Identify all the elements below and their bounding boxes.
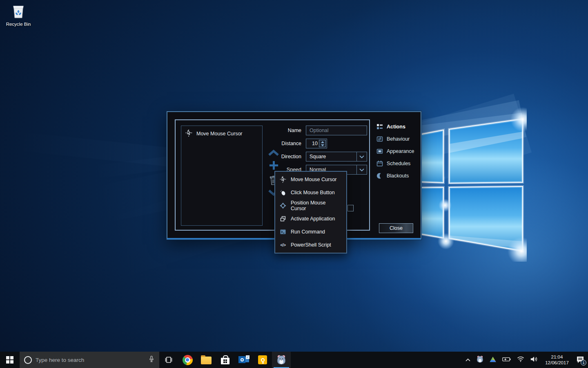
target-icon <box>280 202 286 209</box>
windows-logo-icon <box>6 356 13 364</box>
menu-item-label: Activate Application <box>291 216 335 222</box>
task-view-button[interactable] <box>159 352 178 368</box>
nav-item-appearance[interactable]: Appearance <box>376 148 418 155</box>
recycle-bin-label: Recycle Bin <box>2 22 34 27</box>
spinner <box>319 140 326 147</box>
taskbar: ✓ <box>0 352 588 368</box>
chrome-button[interactable] <box>178 352 197 368</box>
menu-item-label: Run Command <box>291 229 325 235</box>
menu-item-position-mouse-cursor[interactable]: Position Mouse Cursor <box>275 199 346 212</box>
distance-stepper[interactable] <box>306 139 327 148</box>
blackouts-icon <box>376 173 383 179</box>
menu-item-move-mouse-cursor[interactable]: Move Mouse Cursor <box>275 173 346 186</box>
nav-item-blackouts[interactable]: Blackouts <box>376 173 418 179</box>
tray-battery-icon[interactable] <box>502 356 511 364</box>
search-input[interactable] <box>36 357 145 363</box>
tray-move-mouse-icon[interactable] <box>476 355 484 365</box>
menu-item-powershell-script[interactable]: </> PowerShell Script <box>275 238 346 251</box>
taskbar-search[interactable] <box>20 352 159 368</box>
start-button[interactable] <box>0 352 20 368</box>
nav-item-actions[interactable]: Actions <box>376 123 418 130</box>
tray-wifi-icon[interactable] <box>517 356 525 364</box>
tray-drive-icon[interactable] <box>489 356 497 364</box>
menu-item-label: Click Mouse Button <box>291 190 335 195</box>
close-button-label: Close <box>390 225 403 231</box>
menu-item-click-mouse-button[interactable]: Click Mouse Button <box>275 186 346 199</box>
tray-volume-icon[interactable] <box>530 356 538 364</box>
microphone-icon[interactable] <box>148 355 155 365</box>
form-checkbox[interactable] <box>347 205 354 211</box>
system-tray: 21:04 12/06/2017 1 <box>465 352 588 368</box>
nav-item-schedules[interactable]: Schedules <box>376 160 418 167</box>
name-label: Name <box>265 128 301 133</box>
direction-label: Direction <box>265 154 301 159</box>
distance-label: Distance <box>265 141 301 146</box>
move-cursor-icon <box>185 130 192 138</box>
nav-label: Behaviour <box>387 136 410 142</box>
taskbar-clock[interactable]: 21:04 12/06/2017 <box>543 354 570 366</box>
direction-select[interactable]: Square <box>306 152 367 162</box>
nav-item-behaviour[interactable]: Behaviour <box>376 136 418 142</box>
windows-overlap-icon <box>280 215 286 222</box>
nav-label: Appearance <box>387 148 414 154</box>
list-item-label: Move Mouse Cursor <box>196 131 243 137</box>
lightbulb-icon <box>258 355 267 364</box>
recycle-bin-icon <box>11 13 26 20</box>
menu-item-label: Position Mouse Cursor <box>291 200 342 211</box>
chevron-down-icon[interactable] <box>356 165 367 174</box>
notification-badge: 1 <box>581 360 586 366</box>
mouse-icon <box>280 189 286 196</box>
clock-time: 21:04 <box>543 354 570 360</box>
outlook-icon: ✓ <box>238 355 249 364</box>
add-action-menu: Move Mouse Cursor Click Mouse Button Pos… <box>274 171 347 254</box>
action-settings-form: Name Distance Direction Square <box>265 126 368 175</box>
store-bag-icon <box>221 358 229 364</box>
nav-label: Schedules <box>387 161 410 166</box>
menu-item-run-command[interactable]: Run Command <box>275 225 346 238</box>
menu-item-activate-application[interactable]: Activate Application <box>275 212 346 225</box>
action-center-button[interactable]: 1 <box>576 356 585 364</box>
nav-label: Actions <box>387 124 405 130</box>
window-nav: Actions Behaviour Appearance <box>376 123 418 179</box>
outlook-button[interactable]: ✓ <box>234 352 253 368</box>
direction-value: Square <box>306 152 356 161</box>
menu-item-label: PowerShell Script <box>291 242 331 248</box>
tray-expand-chevron[interactable] <box>465 356 471 364</box>
desktop: Recycle Bin Move Mouse Cursor <box>0 0 588 368</box>
list-item[interactable]: Move Mouse Cursor <box>181 126 262 141</box>
spinner-up-button[interactable] <box>319 140 325 144</box>
schedules-icon <box>376 160 383 167</box>
folder-icon <box>201 357 212 364</box>
chevron-down-icon[interactable] <box>356 152 367 161</box>
actions-icon <box>376 123 383 130</box>
keep-notes-button[interactable] <box>253 352 272 368</box>
distance-input[interactable] <box>306 139 319 148</box>
cortana-icon <box>24 356 32 364</box>
store-button[interactable] <box>216 352 234 368</box>
recycle-bin[interactable]: Recycle Bin <box>2 3 34 27</box>
name-input[interactable] <box>306 126 367 135</box>
move-mouse-app-button[interactable] <box>272 352 291 368</box>
clock-date: 12/06/2017 <box>543 360 570 366</box>
nav-label: Blackouts <box>387 173 409 179</box>
move-mouse-app-icon <box>276 355 287 365</box>
chrome-icon <box>183 355 193 365</box>
file-explorer-button[interactable] <box>197 352 216 368</box>
code-icon: </> <box>280 243 286 247</box>
behaviour-icon <box>376 136 383 142</box>
spinner-down-button[interactable] <box>319 144 325 147</box>
appearance-icon <box>376 148 383 155</box>
action-listbox[interactable]: Move Mouse Cursor <box>181 126 263 226</box>
move-cursor-icon <box>280 176 286 183</box>
close-button[interactable]: Close <box>379 223 413 233</box>
menu-item-label: Move Mouse Cursor <box>291 177 337 182</box>
terminal-icon <box>280 229 286 235</box>
